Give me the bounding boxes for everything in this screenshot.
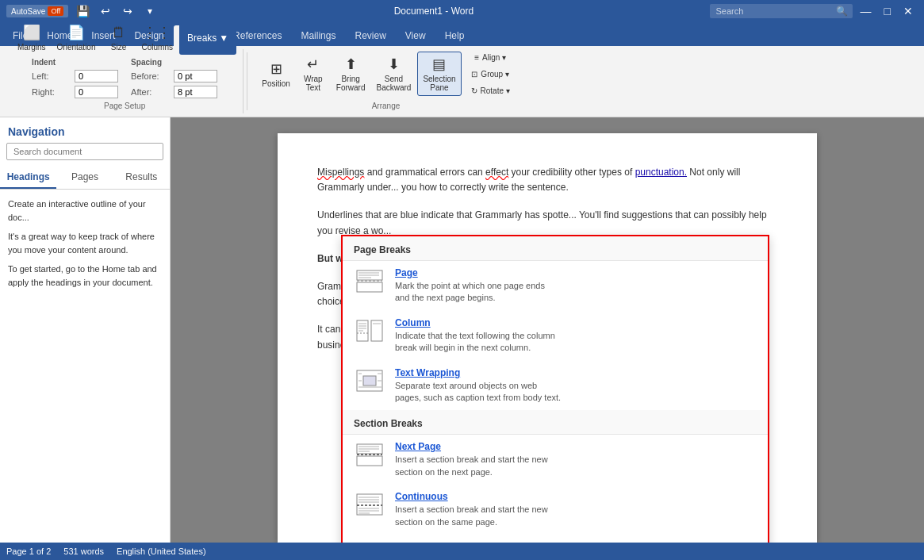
maximize-button[interactable]: □ [880, 3, 895, 19]
arrange-buttons: ⊞ Position ↵ Wrap Text ⬆ Bring Forward ⬇… [257, 49, 515, 98]
send-backward-icon: ⬇ [388, 56, 400, 73]
group-button[interactable]: ⊡ Group ▾ [466, 67, 515, 82]
column-break-icon [354, 317, 385, 346]
dd-item-continuous-name: Continuous [395, 491, 757, 502]
redo-button[interactable]: ↪ [120, 5, 136, 17]
spacing-after-input[interactable] [174, 86, 217, 98]
customize-qat-button[interactable]: ▾ [142, 6, 158, 17]
send-backward-button[interactable]: ⬇ Send Backward [371, 52, 416, 95]
dd-item-even-page[interactable]: -2- -4- Even Page Insert a section break… [343, 535, 768, 543]
position-label: Position [262, 79, 290, 88]
nav-content-line3: To get started, go to the Home tab and a… [8, 263, 162, 289]
selection-pane-button[interactable]: ▤ Selection Pane [417, 52, 461, 96]
wrap-text-button[interactable]: ↵ Wrap Text [297, 52, 330, 95]
effect-text: effect [485, 167, 508, 178]
nav-content-line2: It's a great way to keep track of where … [8, 230, 162, 256]
minimize-button[interactable]: — [856, 3, 876, 19]
section-breaks-title: Section Breaks [343, 410, 768, 435]
dd-item-continuous[interactable]: Continuous Insert a section break and st… [343, 485, 768, 535]
svg-rect-2 [357, 282, 382, 292]
indent-controls: Indent Left: Right: [32, 58, 118, 98]
margins-button[interactable]: ⬜ Margins [13, 21, 51, 55]
orientation-label: Orientation [57, 43, 96, 52]
nav-tab-headings[interactable]: Headings [0, 167, 56, 189]
send-backward-label: Send Backward [376, 75, 411, 92]
selection-pane-label: Selection Pane [423, 75, 455, 92]
spacing-before-input[interactable] [174, 70, 217, 82]
orientation-button[interactable]: 📄 Orientation [52, 21, 101, 55]
nav-tab-pages[interactable]: Pages [56, 167, 113, 189]
dd-item-column-text: Column Indicate that the text following … [395, 317, 757, 355]
page-info: Page 1 of 2 [6, 547, 51, 556]
nav-content-line1: Create an interactive outline of your do… [8, 198, 162, 224]
autosave-toggle[interactable]: AutoSave Off [6, 5, 68, 17]
rotate-label: Rotate ▾ [481, 86, 510, 95]
save-button[interactable]: 💾 [75, 5, 91, 17]
columns-button[interactable]: ⋮⋮ Columns [137, 21, 178, 55]
tab-mailings[interactable]: Mailings [291, 25, 345, 46]
position-button[interactable]: ⊞ Position [257, 57, 295, 91]
bring-forward-label: Bring Forward [336, 75, 366, 92]
size-button[interactable]: 🗒 Size [102, 21, 136, 55]
text-wrapping-break-icon [354, 367, 385, 396]
dd-item-page-text: Page Mark the point at which one page en… [395, 267, 757, 305]
indent-right-label: Right: [32, 87, 71, 97]
bring-forward-icon: ⬆ [345, 56, 357, 73]
rotate-button[interactable]: ↻ Rotate ▾ [466, 83, 515, 98]
spacing-after-label: After: [131, 87, 171, 97]
doc-para-1: Mispellings and grammatical errors can e… [317, 165, 777, 195]
indent-right-input[interactable] [75, 86, 118, 98]
nav-tab-results[interactable]: Results [113, 167, 170, 189]
breaks-dropdown: Page Breaks Page Mark the point at whi [341, 235, 769, 543]
group-label: Group ▾ [481, 70, 509, 79]
word-count: 531 words [63, 547, 104, 556]
doc-para-2: Underlines that are blue indicate that G… [317, 208, 777, 238]
page-setup-label: Page Setup [104, 102, 145, 110]
svg-rect-15 [363, 376, 376, 385]
tab-help[interactable]: Help [435, 25, 474, 46]
align-icon: ≡ [474, 53, 479, 62]
indent-left-label: Left: [32, 71, 71, 81]
next-page-break-icon [354, 441, 385, 470]
continuous-break-icon [354, 491, 385, 520]
dd-item-text-wrapping-name: Text Wrapping [395, 367, 757, 378]
dd-item-text-wrapping[interactable]: Text Wrapping Separate text around objec… [343, 361, 768, 411]
bring-forward-button[interactable]: ⬆ Bring Forward [332, 52, 370, 95]
dd-item-page[interactable]: Page Mark the point at which one page en… [343, 261, 768, 311]
title-bar-right: 🔍 — □ ✕ [710, 3, 918, 19]
svg-rect-22 [357, 456, 382, 466]
navigation-pane: Navigation Headings Pages Results Create… [0, 117, 171, 543]
dd-item-page-name: Page [395, 267, 757, 278]
breaks-button[interactable]: Breaks ▼ [179, 21, 236, 55]
size-label: Size [111, 43, 126, 52]
ribbon-group-page-setup: ⬜ Margins 📄 Orientation 🗒 Size ⋮⋮ Column… [6, 49, 243, 113]
spacing-label: Spacing [131, 58, 217, 67]
spacing-before-label: Before: [131, 71, 171, 81]
ribbon: ⬜ Margins 📄 Orientation 🗒 Size ⋮⋮ Column… [0, 46, 924, 117]
indent-left-input[interactable] [75, 70, 118, 82]
breaks-arrow: ▼ [219, 33, 228, 44]
dd-item-text-wrapping-desc: Separate text around objects on webpages… [395, 380, 757, 405]
rotate-icon: ↻ [471, 86, 477, 95]
mispellings-text: Mispellings [317, 167, 364, 178]
align-button[interactable]: ≡ Align ▾ [466, 50, 515, 65]
indent-label: Indent [32, 58, 118, 67]
margins-label: Margins [17, 43, 46, 52]
undo-button[interactable]: ↩ [98, 5, 113, 17]
title-search-input[interactable] [710, 4, 853, 18]
size-icon: 🗒 [112, 25, 126, 41]
position-icon: ⊞ [270, 60, 282, 78]
orientation-icon: 📄 [67, 24, 85, 41]
dd-item-next-page[interactable]: Next Page Insert a section break and sta… [343, 435, 768, 485]
close-button[interactable]: ✕ [899, 3, 918, 19]
doc-area: Mispellings and grammatical errors can e… [171, 117, 924, 543]
nav-search-input[interactable] [6, 143, 163, 160]
dd-item-column[interactable]: Column Indicate that the text following … [343, 311, 768, 361]
tab-review[interactable]: Review [345, 25, 395, 46]
tab-view[interactable]: View [396, 25, 435, 46]
main-area: Navigation Headings Pages Results Create… [0, 117, 924, 543]
wrap-text-label: Wrap Text [304, 75, 323, 92]
page-breaks-title: Page Breaks [343, 236, 768, 261]
dd-item-continuous-text: Continuous Insert a section break and st… [395, 491, 757, 528]
nav-title: Navigation [0, 117, 170, 143]
